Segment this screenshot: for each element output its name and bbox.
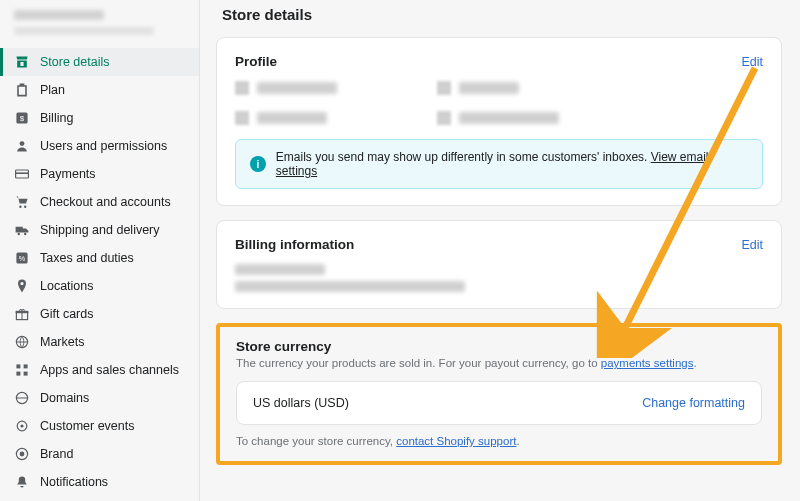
- sidebar-item-label: Payments: [40, 167, 96, 181]
- sidebar-item-brand[interactable]: Brand: [0, 440, 199, 468]
- domain-icon: [14, 390, 30, 406]
- sidebar-item-gift-cards[interactable]: Gift cards: [0, 300, 199, 328]
- truck-icon: [14, 222, 30, 238]
- sidebar-item-checkout[interactable]: Checkout and accounts: [0, 188, 199, 216]
- svg-rect-15: [24, 364, 28, 368]
- store-url-redacted: [14, 27, 154, 35]
- store-currency-heading: Store currency: [236, 339, 762, 354]
- svg-point-22: [20, 452, 25, 457]
- sidebar-item-label: Checkout and accounts: [40, 195, 171, 209]
- profile-edit-link[interactable]: Edit: [741, 55, 763, 69]
- profile-heading: Profile: [235, 54, 277, 69]
- sidebar-item-custom-data[interactable]: Custom data: [0, 496, 199, 501]
- bell-icon: [14, 474, 30, 490]
- gift-icon: [14, 306, 30, 322]
- sidebar-item-plan[interactable]: Plan: [0, 76, 199, 104]
- svg-text:%: %: [19, 254, 26, 263]
- card-icon: [14, 166, 30, 182]
- sidebar-item-locations[interactable]: Locations: [0, 272, 199, 300]
- email-notice: i Emails you send may show up differentl…: [235, 139, 763, 189]
- currency-row: US dollars (USD) Change formatting: [236, 381, 762, 425]
- sidebar-item-billing[interactable]: $Billing: [0, 104, 199, 132]
- sidebar-item-domains[interactable]: Domains: [0, 384, 199, 412]
- clipboard-icon: [14, 82, 30, 98]
- billing-card: Billing information Edit: [216, 220, 782, 309]
- sidebar-item-label: Store details: [40, 55, 109, 69]
- cart-icon: [14, 194, 30, 210]
- sidebar-item-label: Gift cards: [40, 307, 94, 321]
- globe-icon: [14, 334, 30, 350]
- sidebar-item-label: Users and permissions: [40, 139, 167, 153]
- settings-sidebar: Store details Plan $Billing Users and pe…: [0, 0, 200, 501]
- svg-text:$: $: [20, 114, 25, 123]
- dollar-icon: $: [14, 110, 30, 126]
- sidebar-item-label: Taxes and duties: [40, 251, 134, 265]
- svg-rect-4: [16, 172, 29, 174]
- billing-details-redacted: [235, 264, 763, 292]
- svg-point-7: [18, 233, 20, 235]
- main-content: Store details Profile Edit i Emails you …: [200, 0, 800, 501]
- svg-point-8: [24, 233, 26, 235]
- profile-card: Profile Edit i Emails you send may show …: [216, 37, 782, 206]
- store-currency-sub: The currency your products are sold in. …: [236, 357, 762, 369]
- pin-icon: [14, 278, 30, 294]
- sidebar-item-notifications[interactable]: Notifications: [0, 468, 199, 496]
- sidebar-item-store-details[interactable]: Store details: [0, 48, 199, 76]
- svg-point-2: [20, 141, 25, 146]
- store-header: [0, 0, 199, 48]
- brand-icon: [14, 446, 30, 462]
- info-icon: i: [250, 156, 266, 172]
- svg-point-20: [20, 424, 23, 427]
- billing-heading: Billing information: [235, 237, 354, 252]
- sidebar-item-users[interactable]: Users and permissions: [0, 132, 199, 160]
- target-icon: [14, 418, 30, 434]
- sidebar-item-label: Billing: [40, 111, 73, 125]
- svg-point-5: [19, 206, 21, 208]
- billing-edit-link[interactable]: Edit: [741, 238, 763, 252]
- page-title: Store details: [222, 6, 782, 23]
- sidebar-item-taxes[interactable]: %Taxes and duties: [0, 244, 199, 272]
- profile-details: [235, 81, 763, 125]
- notice-text: Emails you send may show up differently …: [276, 150, 651, 164]
- settings-nav: Store details Plan $Billing Users and pe…: [0, 48, 199, 501]
- store-icon: [14, 54, 30, 70]
- sidebar-item-customer-events[interactable]: Customer events: [0, 412, 199, 440]
- sidebar-item-label: Markets: [40, 335, 84, 349]
- sidebar-item-shipping[interactable]: Shipping and delivery: [0, 216, 199, 244]
- sidebar-item-label: Apps and sales channels: [40, 363, 179, 377]
- svg-rect-14: [16, 364, 20, 368]
- svg-point-6: [24, 206, 26, 208]
- sidebar-item-label: Shipping and delivery: [40, 223, 160, 237]
- sidebar-item-label: Notifications: [40, 475, 108, 489]
- sidebar-item-label: Customer events: [40, 419, 134, 433]
- payments-settings-link[interactable]: payments settings: [601, 357, 694, 369]
- store-currency-foot: To change your store currency, contact S…: [236, 435, 762, 447]
- sidebar-item-payments[interactable]: Payments: [0, 160, 199, 188]
- sidebar-item-label: Plan: [40, 83, 65, 97]
- change-formatting-link[interactable]: Change formatting: [642, 396, 745, 410]
- percent-icon: %: [14, 250, 30, 266]
- sidebar-item-apps[interactable]: Apps and sales channels: [0, 356, 199, 384]
- sidebar-item-label: Brand: [40, 447, 73, 461]
- sidebar-item-markets[interactable]: Markets: [0, 328, 199, 356]
- svg-rect-17: [24, 372, 28, 376]
- sidebar-item-label: Domains: [40, 391, 89, 405]
- contact-support-link[interactable]: contact Shopify support: [396, 435, 516, 447]
- sidebar-item-label: Locations: [40, 279, 94, 293]
- store-currency-section: Store currency The currency your product…: [216, 323, 782, 465]
- apps-icon: [14, 362, 30, 378]
- user-icon: [14, 138, 30, 154]
- svg-rect-16: [16, 372, 20, 376]
- store-name-redacted: [14, 10, 104, 20]
- currency-value: US dollars (USD): [253, 396, 349, 410]
